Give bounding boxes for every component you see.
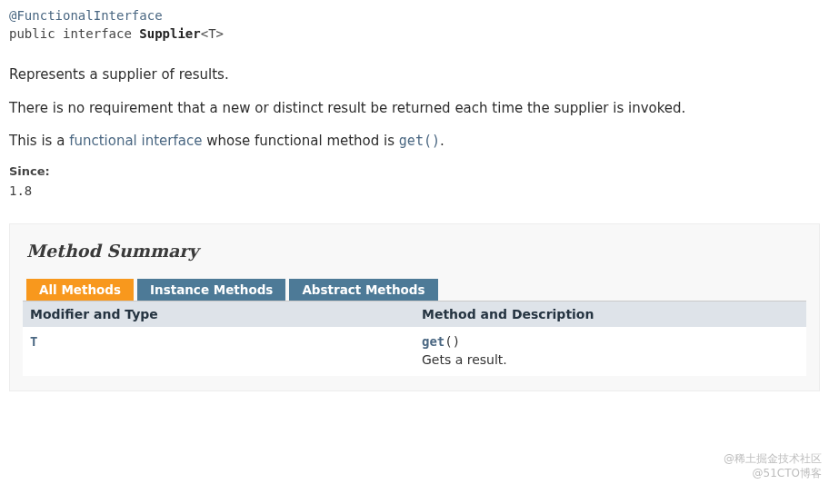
tab-all-methods[interactable]: All Methods bbox=[26, 279, 134, 301]
col-method-desc: Method and Description bbox=[414, 301, 806, 327]
table-row: T get() Gets a result. bbox=[23, 327, 806, 376]
functional-interface-link[interactable]: functional interface bbox=[69, 133, 202, 149]
since-label: Since: bbox=[9, 164, 820, 178]
method-params: () bbox=[444, 334, 460, 349]
method-tabs: All Methods Instance Methods Abstract Me… bbox=[23, 279, 806, 301]
text-fragment: whose functional method is bbox=[202, 133, 398, 149]
since-value: 1.8 bbox=[9, 183, 820, 198]
text-fragment: This is a bbox=[9, 133, 69, 149]
text-fragment: . bbox=[440, 133, 444, 149]
tab-abstract-methods[interactable]: Abstract Methods bbox=[289, 279, 437, 301]
type-declaration: @FunctionalInterface public interface Su… bbox=[9, 7, 820, 43]
return-type-link[interactable]: T bbox=[30, 334, 37, 349]
annotation-link[interactable]: @FunctionalInterface bbox=[9, 8, 163, 23]
modifiers: public interface bbox=[9, 26, 139, 41]
method-desc: Gets a result. bbox=[422, 352, 799, 367]
tab-instance-methods[interactable]: Instance Methods bbox=[137, 279, 285, 301]
description-para-3: This is a functional interface whose fun… bbox=[9, 131, 820, 152]
get-method-link[interactable]: get() bbox=[399, 133, 440, 149]
method-table: Modifier and Type Method and Description… bbox=[23, 301, 806, 376]
method-summary: Method Summary All Methods Instance Meth… bbox=[9, 223, 820, 391]
type-name: Supplier bbox=[139, 26, 200, 41]
method-summary-heading: Method Summary bbox=[26, 241, 806, 261]
method-name-link[interactable]: get bbox=[422, 334, 444, 349]
description-para-1: Represents a supplier of results. bbox=[9, 64, 820, 85]
col-modifier-type: Modifier and Type bbox=[23, 301, 414, 327]
description-para-2: There is no requirement that a new or di… bbox=[9, 98, 820, 119]
type-params: <T> bbox=[201, 26, 224, 41]
